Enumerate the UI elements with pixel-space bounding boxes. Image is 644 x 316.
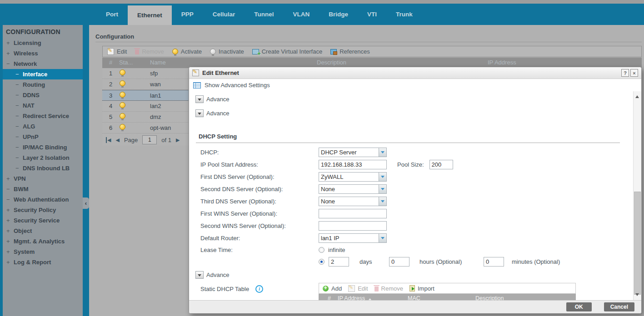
sidebar-item-mgmt-analytics[interactable]: +Mgmt. & Analytics <box>3 236 83 247</box>
sidebar-item-network[interactable]: −Network <box>3 59 83 69</box>
cancel-button[interactable]: Cancel <box>604 302 634 311</box>
page-input[interactable] <box>142 135 157 144</box>
sidebar-item-system[interactable]: +System <box>3 247 83 257</box>
sidebar-item-interface[interactable]: −Interface <box>3 69 83 79</box>
collapse-icon[interactable]: − <box>15 165 23 172</box>
expand-icon[interactable]: + <box>6 207 14 213</box>
tab-ethernet[interactable]: Ethernet <box>128 5 172 25</box>
dns1-select[interactable]: ZyWALL <box>319 172 387 182</box>
tab-port[interactable]: Port <box>96 4 128 25</box>
info-icon[interactable] <box>255 285 263 293</box>
sidebar-item-object[interactable]: +Object <box>3 226 83 236</box>
collapse-icon[interactable]: − <box>15 144 23 151</box>
sidebar-item-vpn[interactable]: +VPN <box>3 173 83 184</box>
collapse-icon[interactable]: − <box>15 133 23 140</box>
expand-icon[interactable]: + <box>6 259 14 266</box>
create-virtual-interface-button[interactable]: Create Virtual Interface <box>252 48 322 55</box>
lease-duration-radio[interactable] <box>319 259 324 265</box>
collapse-icon[interactable]: − <box>15 123 23 130</box>
close-button[interactable]: × <box>630 69 638 77</box>
collapse-icon[interactable]: − <box>15 113 23 119</box>
sidebar-item-dns-inbound-lb[interactable]: −DNS Inbound LB <box>3 163 83 173</box>
static-column-header-description[interactable]: Description <box>475 295 504 300</box>
first-page-icon[interactable]: ◀ <box>106 137 111 143</box>
lease-minutes-input[interactable] <box>484 257 504 267</box>
dialog-scrollbar[interactable] <box>633 91 641 300</box>
collapse-icon[interactable]: − <box>15 81 23 88</box>
show-advanced-settings-button[interactable]: Show Advanced Settings <box>189 79 641 92</box>
column-header-num[interactable]: # <box>109 59 112 66</box>
tab-ppp[interactable]: PPP <box>172 4 203 25</box>
collapse-icon[interactable]: − <box>6 60 14 67</box>
prev-page-icon[interactable]: ◀ <box>115 137 119 143</box>
column-header-ip-address[interactable]: IP Address <box>488 59 516 66</box>
ip-pool-input[interactable] <box>319 160 387 169</box>
sidebar-item-web-authentication[interactable]: −Web Authentication <box>3 194 83 205</box>
scrollbar-thumb[interactable] <box>634 192 641 295</box>
remove-button[interactable]: Remove <box>374 285 403 292</box>
wins2-input[interactable] <box>319 221 387 231</box>
sidebar-item-nat[interactable]: −NAT <box>3 100 83 111</box>
dhcp-select[interactable]: DHCP Server <box>319 148 387 157</box>
sidebar-item-bwm[interactable]: −BWM <box>3 184 83 194</box>
expand-icon[interactable]: + <box>6 175 14 182</box>
sidebar-collapse-icon[interactable]: ‹ <box>83 198 89 209</box>
expand-icon[interactable]: + <box>6 40 14 46</box>
expand-icon[interactable]: + <box>6 50 14 57</box>
advance-toggle[interactable]: Advance <box>189 271 634 279</box>
collapse-icon[interactable]: − <box>6 186 14 193</box>
dropdown-arrow-icon[interactable] <box>379 234 386 242</box>
sidebar-item-ddns[interactable]: −DDNS <box>3 90 83 100</box>
default-router-select[interactable]: lan1 IP <box>319 233 387 243</box>
static-column-header-ip-address[interactable]: IP Address <box>338 295 372 300</box>
chevron-down-icon[interactable] <box>195 271 204 279</box>
collapse-icon[interactable]: − <box>15 102 23 109</box>
remove-button[interactable]: Remove <box>135 48 164 55</box>
tab-vti[interactable]: VTI <box>358 4 386 25</box>
references-button[interactable]: References <box>330 48 369 55</box>
lease-infinite-radio[interactable] <box>319 247 324 253</box>
dns2-select[interactable]: None <box>319 184 387 194</box>
sidebar-item-licensing[interactable]: +Licensing <box>3 38 83 48</box>
wins1-input[interactable] <box>319 209 387 218</box>
ok-button[interactable]: OK <box>566 302 592 311</box>
sidebar-item-upnp[interactable]: −UPnP <box>3 132 83 142</box>
scroll-down-icon[interactable] <box>635 293 639 298</box>
column-header-description[interactable]: Description <box>317 59 346 66</box>
tab-cellular[interactable]: Cellular <box>203 4 245 25</box>
expand-icon[interactable]: + <box>6 238 14 245</box>
sidebar-item-wireless[interactable]: +Wireless <box>3 48 83 59</box>
expand-icon[interactable]: + <box>6 227 14 234</box>
static-column-header-num[interactable]: # <box>328 295 331 300</box>
help-button[interactable]: ? <box>621 69 629 77</box>
edit-button[interactable]: Edit <box>107 48 127 55</box>
advance-toggle[interactable]: Advance <box>189 109 634 117</box>
dropdown-arrow-icon[interactable] <box>379 173 386 181</box>
sidebar-item-layer-2-isolation[interactable]: −Layer 2 Isolation <box>3 153 83 163</box>
tab-trunk[interactable]: Trunk <box>386 4 422 25</box>
expand-icon[interactable]: + <box>6 248 14 255</box>
advance-toggle[interactable]: Advance <box>189 95 634 103</box>
expand-icon[interactable]: + <box>6 217 14 224</box>
tab-vlan[interactable]: VLAN <box>284 4 320 25</box>
sidebar-item-ip-mac-binding[interactable]: −IP/MAC Binding <box>3 142 83 153</box>
sidebar-item-routing[interactable]: −Routing <box>3 79 83 90</box>
inactivate-button[interactable]: Inactivate <box>210 48 244 55</box>
sidebar-item-redirect-service[interactable]: −Redirect Service <box>3 111 83 121</box>
dns3-select[interactable]: None <box>319 197 387 206</box>
activate-button[interactable]: Activate <box>172 48 202 55</box>
column-header-name[interactable]: Name <box>150 59 166 66</box>
dropdown-arrow-icon[interactable] <box>379 197 386 206</box>
collapse-icon[interactable]: − <box>15 71 23 78</box>
sidebar-item-alg[interactable]: −ALG <box>3 121 83 132</box>
sidebar-item-security-policy[interactable]: +Security Policy <box>3 205 83 215</box>
static-column-header-mac[interactable]: MAC <box>408 295 420 300</box>
collapse-icon[interactable]: − <box>15 154 23 161</box>
sidebar-item-security-service[interactable]: +Security Service <box>3 215 83 226</box>
sidebar-item-log-report[interactable]: +Log & Report <box>3 257 83 267</box>
dropdown-arrow-icon[interactable] <box>379 185 386 193</box>
edit-button[interactable]: Edit <box>348 285 368 292</box>
dropdown-arrow-icon[interactable] <box>379 148 386 157</box>
tab-bridge[interactable]: Bridge <box>319 4 358 25</box>
lease-days-input[interactable] <box>329 257 349 267</box>
